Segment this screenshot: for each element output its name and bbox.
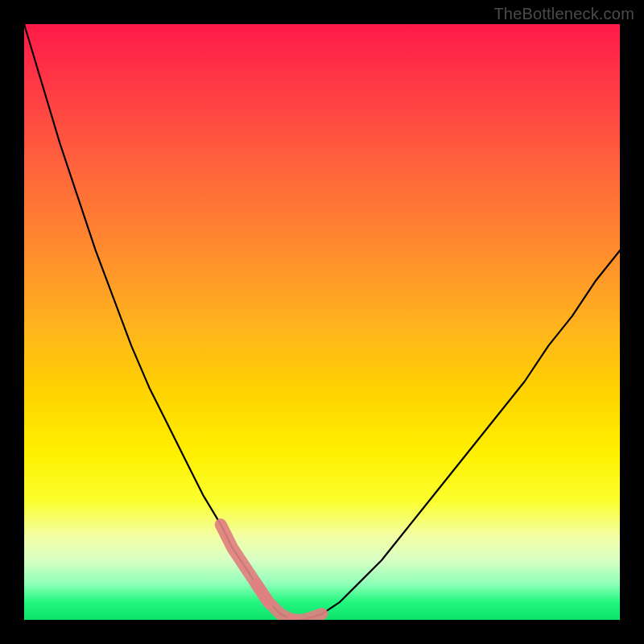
curve-overlay <box>24 24 620 620</box>
optimal-marker-bottom <box>257 584 292 620</box>
bottleneck-curve-right <box>292 250 620 620</box>
plot-area <box>24 24 620 620</box>
chart-frame: TheBottleneck.com <box>0 0 644 644</box>
optimal-marker-right <box>292 614 322 620</box>
watermark-text: TheBottleneck.com <box>493 5 634 23</box>
bottleneck-curve-left <box>24 24 304 620</box>
